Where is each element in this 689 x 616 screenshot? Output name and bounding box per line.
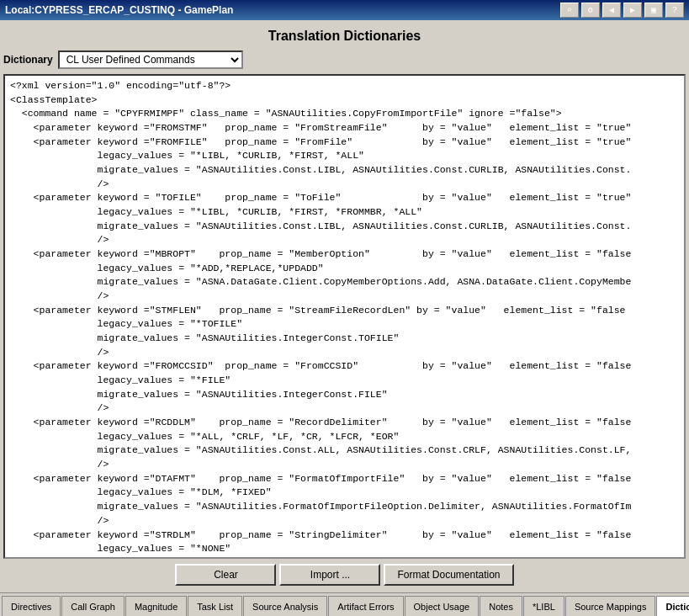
tab-source-mappings[interactable]: Source Mappings bbox=[565, 596, 656, 616]
help-button[interactable]: ? bbox=[665, 3, 684, 18]
back-button[interactable]: ◀ bbox=[602, 3, 621, 18]
tab-libl[interactable]: *LIBL bbox=[523, 596, 564, 616]
code-container[interactable]: <?xml version="1.0" encoding="utf-8"?> <… bbox=[3, 74, 686, 559]
window-title: Local:CYPRESS_ERCAP_CUSTINQ - GamePlan bbox=[5, 4, 233, 16]
window-button[interactable]: ▣ bbox=[644, 3, 663, 18]
dictionary-row: Dictionary CL User Defined Commands bbox=[3, 50, 686, 69]
tab-artifact-errors[interactable]: Artifact Errors bbox=[328, 596, 403, 616]
tab-notes[interactable]: Notes bbox=[480, 596, 522, 616]
main-container: Translation Dictionaries Dictionary CL U… bbox=[0, 20, 689, 592]
tab-magnitude[interactable]: Magnitude bbox=[125, 596, 187, 616]
tab-dictionaries[interactable]: Dictionaries bbox=[656, 596, 689, 616]
title-bar: Local:CYPRESS_ERCAP_CUSTINQ - GamePlan ⌕… bbox=[0, 0, 689, 20]
page-title: Translation Dictionaries bbox=[3, 29, 686, 44]
tab-bar: DirectivesCall GraphMagnitudeTask ListSo… bbox=[0, 592, 689, 616]
title-bar-buttons: ⌕ ⚙ ◀ ▶ ▣ ? bbox=[560, 3, 684, 18]
dictionary-label: Dictionary bbox=[3, 54, 53, 66]
format-documentation-button[interactable]: Format Documentation bbox=[384, 564, 513, 586]
tab-object-usage[interactable]: Object Usage bbox=[405, 596, 480, 616]
clear-button[interactable]: Clear bbox=[175, 564, 276, 586]
bottom-buttons: Clear Import ... Format Documentation bbox=[3, 559, 686, 589]
tab-source-analysis[interactable]: Source Analysis bbox=[243, 596, 327, 616]
tab-call-graph[interactable]: Call Graph bbox=[61, 596, 125, 616]
tab-task-list[interactable]: Task List bbox=[188, 596, 242, 616]
tab-directives[interactable]: Directives bbox=[2, 596, 61, 616]
import-button[interactable]: Import ... bbox=[279, 564, 380, 586]
binoculars-button[interactable]: ⌕ bbox=[560, 3, 579, 18]
gear-button[interactable]: ⚙ bbox=[581, 3, 600, 18]
dictionary-select[interactable]: CL User Defined Commands bbox=[58, 50, 243, 69]
forward-button[interactable]: ▶ bbox=[623, 3, 642, 18]
